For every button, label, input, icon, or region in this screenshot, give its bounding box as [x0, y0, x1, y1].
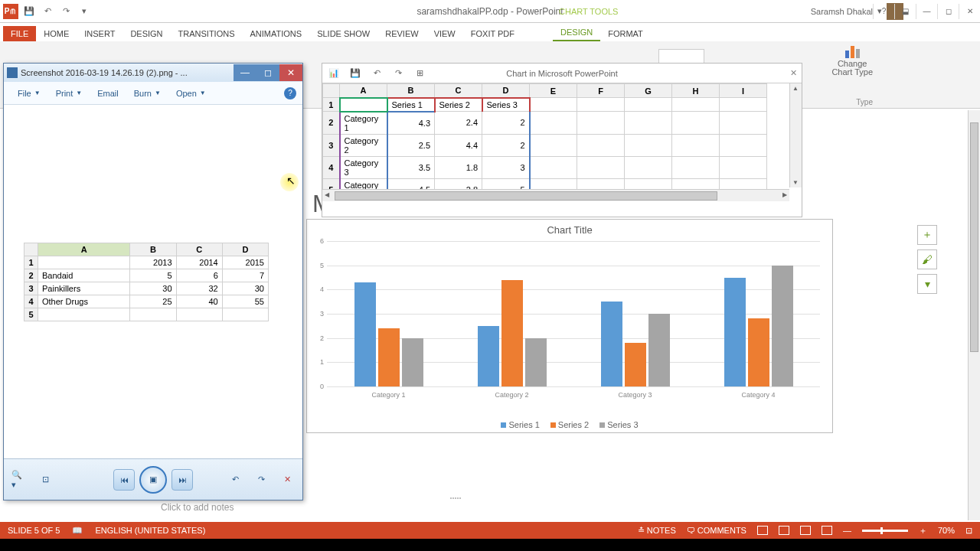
fit-window-icon[interactable]: ⊡	[965, 526, 972, 536]
letterbox-bar	[0, 539, 980, 551]
ce-save-icon[interactable]: 💾	[348, 67, 362, 80]
close-icon[interactable]: ✕	[959, 4, 980, 19]
main-vscroll[interactable]	[968, 110, 980, 520]
ce-redo-icon[interactable]: ↷	[391, 67, 405, 80]
zoom-level[interactable]: 70%	[938, 526, 955, 535]
powerpoint-icon: P⫙	[3, 4, 18, 19]
ce-close-icon[interactable]: ✕	[790, 68, 797, 78]
tab-animations[interactable]: ANIMATIONS	[243, 26, 310, 41]
pv-print-menu[interactable]: Print ▼	[48, 87, 90, 99]
pv-rotate-right-icon[interactable]: ↷	[253, 472, 269, 487]
y-axis: 0123456	[315, 241, 325, 386]
chart-side-buttons: ＋ 🖌 ▾	[917, 225, 937, 294]
screenshot-spreadsheet: ABCD 1201320142015 2Bandaid567 3Painkill…	[24, 243, 269, 321]
window-title: saramshdhakalPP.odp - PowerPoint	[416, 6, 563, 17]
change-chart-type-button[interactable]: ChangeChart Type	[831, 46, 873, 77]
help-icon[interactable]: ?	[873, 4, 894, 19]
zoom-in-icon[interactable]: ＋	[919, 525, 927, 536]
tab-insert[interactable]: INSERT	[77, 26, 122, 41]
photo-viewer-body: ABCD 1201320142015 2Bandaid567 3Painkill…	[4, 105, 302, 458]
ce-excel-icon[interactable]: ⊞	[413, 67, 426, 80]
pv-zoom-icon[interactable]: 🔍 ▾	[11, 472, 27, 487]
chart-plot: 0123456 Category 1Category 2Category 3Ca…	[315, 241, 820, 402]
pv-delete-icon[interactable]: ✕	[279, 472, 295, 487]
language-status[interactable]: ENGLISH (UNITED STATES)	[95, 526, 205, 535]
type-group-caption: Type	[856, 98, 873, 106]
ce-chart-icon[interactable]: 📊	[327, 67, 341, 80]
redo-icon[interactable]: ↷	[58, 4, 74, 19]
tab-home[interactable]: HOME	[36, 26, 77, 41]
chart-editor-title: Chart in Microsoft PowerPoint	[506, 69, 618, 78]
tab-chart-design[interactable]: DESIGN	[553, 24, 600, 41]
chart-elements-button[interactable]: ＋	[917, 225, 937, 245]
cursor-icon: ↖	[286, 174, 296, 187]
sorter-view-icon[interactable]	[779, 526, 789, 535]
pv-help-icon[interactable]: ?	[284, 87, 296, 99]
start-icon[interactable]: ▾	[77, 4, 92, 19]
tab-view[interactable]: VIEW	[426, 26, 463, 41]
tab-chart-format[interactable]: FORMAT	[600, 26, 651, 41]
chart-filters-button[interactable]: ▾	[917, 274, 937, 294]
reading-view-icon[interactable]	[800, 526, 811, 535]
notes-toggle[interactable]: ≛ NOTES	[638, 526, 676, 536]
photo-viewer-titlebar[interactable]: Screenshot 2016-03-19 14.26.19 (2).png -…	[4, 64, 302, 82]
pv-close-icon[interactable]: ✕	[279, 64, 302, 81]
titlebar: P⫙ 💾 ↶ ↷ ▾ saramshdhakalPP.odp - PowerPo…	[0, 0, 980, 23]
ribbon-collapse-icon[interactable]: ⬓	[894, 4, 916, 19]
bar-chart-icon	[845, 46, 860, 58]
pv-next-button[interactable]: ⏭	[172, 469, 193, 491]
chart-title[interactable]: Chart Title	[307, 220, 832, 240]
comments-toggle[interactable]: 🗨 COMMENTS	[687, 526, 746, 535]
photo-viewer-footer: 🔍 ▾ ⊡ ⏮ ▣ ⏭ ↶ ↷ ✕	[4, 458, 302, 500]
chart-data-grid[interactable]: ABCDEFGHI 1Series 1Series 2Series 3 2Cat…	[322, 83, 767, 201]
photo-viewer-menu: File ▼ Print ▼ Email Burn ▼ Open ▼ ?	[4, 82, 302, 105]
photo-viewer-window: Screenshot 2016-03-19 14.26.19 (2).png -…	[3, 63, 303, 500]
ribbon-tabs: FILE HOME INSERT DESIGN TRANSITIONS ANIM…	[0, 23, 980, 41]
notes-placeholder[interactable]: Click to add notes	[161, 502, 234, 513]
pv-prev-button[interactable]: ⏮	[113, 469, 135, 491]
ce-undo-icon[interactable]: ↶	[370, 67, 384, 80]
photo-viewer-icon	[7, 67, 18, 78]
save-icon[interactable]: 💾	[21, 4, 37, 19]
slideshow-view-icon[interactable]	[822, 526, 832, 535]
pv-play-button[interactable]: ▣	[139, 466, 167, 494]
chart-legend[interactable]: Series 1Series 2Series 3	[307, 420, 832, 429]
pv-burn-menu[interactable]: Burn ▼	[126, 87, 168, 99]
photo-viewer-title: Screenshot 2016-03-19 14.26.19 (2).png -…	[21, 68, 188, 77]
tab-slideshow[interactable]: SLIDE SHOW	[309, 26, 377, 41]
pv-email-menu[interactable]: Email	[90, 87, 126, 99]
zoom-out-icon[interactable]: —	[843, 526, 851, 535]
spell-icon[interactable]: 📖	[72, 526, 83, 536]
splitter-handle[interactable]	[444, 497, 467, 504]
slide-count[interactable]: SLIDE 5 OF 5	[8, 526, 60, 535]
tab-foxit[interactable]: Foxit PDF	[463, 26, 522, 41]
tab-file[interactable]: FILE	[3, 26, 36, 41]
pv-maximize-icon[interactable]: ◻	[256, 64, 279, 81]
chart-tools-tab[interactable]: CHART TOOLS	[551, 5, 626, 18]
status-bar: SLIDE 5 OF 5 📖 ENGLISH (UNITED STATES) ≛…	[0, 522, 980, 539]
undo-icon[interactable]: ↶	[40, 4, 55, 19]
chart-styles-button[interactable]: 🖌	[917, 249, 937, 269]
minimize-icon[interactable]: —	[916, 4, 937, 19]
maximize-icon[interactable]: ◻	[937, 4, 959, 19]
chart-object[interactable]: Chart Title 0123456 Category 1Category 2…	[306, 219, 833, 433]
tab-review[interactable]: REVIEW	[377, 26, 426, 41]
pv-rotate-left-icon[interactable]: ↶	[227, 472, 243, 487]
zoom-slider[interactable]	[862, 530, 908, 532]
pv-open-menu[interactable]: Open ▼	[168, 87, 214, 99]
ce-hscroll[interactable]	[322, 189, 789, 201]
ce-vscroll[interactable]	[789, 83, 802, 187]
tab-transitions[interactable]: TRANSITIONS	[171, 26, 243, 41]
chart-data-editor: 📊 💾 ↶ ↷ ⊞ Chart in Microsoft PowerPoint …	[322, 63, 802, 217]
chart-editor-toolbar: 📊 💾 ↶ ↷ ⊞ Chart in Microsoft PowerPoint …	[322, 64, 802, 83]
chart-bars: Category 1Category 2Category 3Category 4	[327, 241, 820, 386]
pv-minimize-icon[interactable]: —	[234, 64, 256, 81]
tab-design[interactable]: DESIGN	[122, 26, 170, 41]
pv-actual-size-icon[interactable]: ⊡	[38, 472, 53, 487]
pv-file-menu[interactable]: File ▼	[10, 87, 48, 99]
normal-view-icon[interactable]	[757, 526, 768, 535]
